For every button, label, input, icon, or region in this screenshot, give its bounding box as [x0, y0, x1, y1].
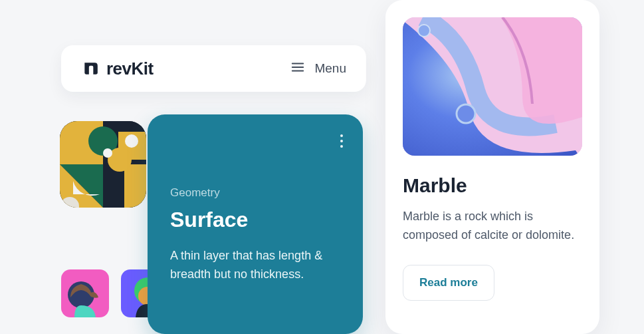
- svg-point-21: [418, 25, 430, 37]
- svg-point-7: [125, 134, 138, 148]
- menu-label: Menu: [314, 61, 346, 76]
- card-title: Marble: [403, 174, 582, 197]
- marble-card[interactable]: Marble Marble is a rock which is compose…: [385, 0, 599, 334]
- menu-button[interactable]: Menu: [290, 60, 346, 77]
- brand-logo-icon: [81, 59, 100, 78]
- svg-point-11: [103, 148, 112, 158]
- svg-rect-9: [124, 164, 146, 208]
- brand[interactable]: revKit: [81, 59, 154, 79]
- card-description: A thin layer that has length & breadth b…: [170, 247, 340, 284]
- brand-name: revKit: [106, 59, 154, 79]
- abstract-tile-image: [60, 121, 146, 208]
- read-more-button[interactable]: Read more: [403, 265, 494, 301]
- hamburger-icon: [290, 60, 305, 77]
- card-category: Geometry: [170, 186, 340, 200]
- avatar-image[interactable]: [61, 269, 109, 317]
- card-description: Marble is a rock which is composed of ca…: [403, 208, 582, 245]
- card-title: Surface: [170, 208, 340, 232]
- overflow-menu-icon[interactable]: [338, 132, 346, 150]
- header-bar: revKit Menu: [61, 45, 366, 92]
- svg-point-20: [457, 104, 475, 123]
- marble-hero-image: [403, 17, 582, 156]
- surface-card[interactable]: Geometry Surface A thin layer that has l…: [148, 114, 363, 334]
